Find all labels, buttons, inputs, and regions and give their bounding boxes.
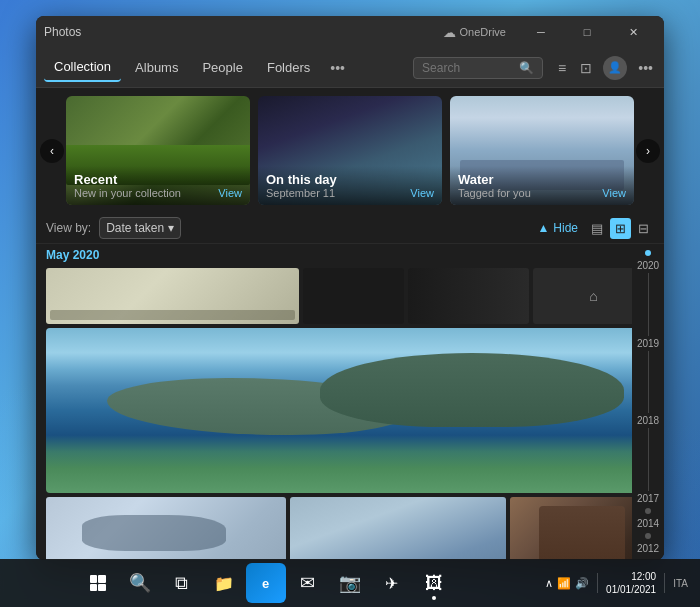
hide-button[interactable]: ▲ Hide (537, 221, 578, 235)
taskbar-system-tray: ∧ 📶 🔊 12:00 01/01/2021 ITA (533, 570, 700, 596)
more-options-icon[interactable]: ••• (635, 57, 656, 79)
taskbar-edge-button[interactable]: e (246, 563, 286, 603)
tray-chevron-icon[interactable]: ∧ (545, 577, 553, 590)
taskbar-telegram-button[interactable]: ✈ (372, 563, 412, 603)
taskbar-mail-button[interactable]: ✉ (288, 563, 328, 603)
timeline-line-3 (648, 428, 649, 491)
filter-icon[interactable]: ≡ (555, 57, 569, 79)
maximize-button[interactable]: □ (564, 16, 610, 48)
card-onthisday-overlay: On this day September 11 View (258, 166, 442, 205)
taskbar-photos-icon: 🖼 (425, 573, 443, 594)
timeline-year-2014[interactable]: 2014 (637, 518, 659, 529)
clock-date: 01/01/2021 (606, 583, 656, 596)
taskbar-camera-button[interactable]: 📷 (330, 563, 370, 603)
timeline-dot-2017[interactable] (645, 508, 651, 514)
title-bar: Photos ☁ OneDrive ─ □ ✕ (36, 16, 664, 48)
taskbar-camera-icon: 📷 (339, 572, 361, 594)
featured-card-water[interactable]: Water Tagged for you View (450, 96, 634, 205)
timeline-year-2019[interactable]: 2019 (637, 338, 659, 349)
timeline-line-1 (648, 273, 649, 336)
taskbar-taskview-icon: ⧉ (175, 573, 188, 594)
timeline-year-2017[interactable]: 2017 (637, 493, 659, 504)
timeline-dot-2020[interactable] (645, 250, 651, 256)
taskbar-center: 🔍 ⧉ 📁 e ✉ 📷 ✈ 🖼 (0, 563, 531, 603)
view-mode-grid[interactable]: ⊞ (610, 218, 631, 239)
month-label: May 2020 (46, 248, 654, 262)
windows-logo-icon (90, 575, 106, 591)
bottom-thumb-1[interactable] (46, 497, 286, 560)
card-water-overlay: Water Tagged for you View (450, 166, 634, 205)
carousel-right-arrow[interactable]: › (636, 139, 660, 163)
minimize-button[interactable]: ─ (518, 16, 564, 48)
carousel-left-arrow[interactable]: ‹ (40, 139, 64, 163)
onedrive-status: ☁ OneDrive (443, 25, 506, 40)
bottom-thumb-2[interactable] (290, 497, 506, 560)
thumbnail-1[interactable] (46, 268, 299, 324)
timeline-bar: 2020 2019 2018 2017 2014 2012 (632, 244, 664, 560)
taskbar-search-button[interactable]: 🔍 (120, 563, 160, 603)
tray-network-icon[interactable]: 📶 (557, 577, 571, 590)
timeline-year-2012[interactable]: 2012 (637, 543, 659, 554)
language-indicator: ITA (673, 578, 688, 589)
timeline-year-2020[interactable]: 2020 (637, 260, 659, 271)
search-icon: 🔍 (519, 61, 534, 75)
taskbar: 🔍 ⧉ 📁 e ✉ 📷 ✈ 🖼 ∧ (0, 559, 700, 607)
main-photo[interactable] (46, 328, 654, 493)
card-recent-overlay: Recent New in your collection View (66, 166, 250, 205)
card-water-view-link[interactable]: View (602, 187, 626, 199)
window-controls: ─ □ ✕ (518, 16, 656, 48)
thumbnail-2[interactable] (303, 268, 404, 324)
app-title: Photos (44, 25, 443, 39)
card-onthisday-view-link[interactable]: View (410, 187, 434, 199)
hide-chevron-icon: ▲ (537, 221, 549, 235)
system-tray-icons: ∧ 📶 🔊 (545, 577, 589, 590)
taskbar-mail-icon: ✉ (300, 572, 315, 594)
start-button[interactable] (78, 563, 118, 603)
featured-card-recent[interactable]: Recent New in your collection View (66, 96, 250, 205)
bottom-thumbnails (46, 497, 654, 560)
featured-card-onthisday[interactable]: On this day September 11 View (258, 96, 442, 205)
cast-icon[interactable]: ⊡ (577, 57, 595, 79)
onedrive-icon: ☁ (443, 25, 456, 40)
tab-folders[interactable]: Folders (257, 54, 320, 81)
main-content: ‹ Recent New in your collection View On … (36, 88, 664, 560)
nav-bar: Collection Albums People Folders ••• 🔍 ≡… (36, 48, 664, 88)
taskbar-search-icon: 🔍 (129, 572, 151, 594)
hide-label: Hide (553, 221, 578, 235)
dropdown-chevron-icon: ▾ (168, 221, 174, 235)
tray-volume-icon[interactable]: 🔊 (575, 577, 589, 590)
view-dropdown[interactable]: Date taken ▾ (99, 217, 181, 239)
timeline-year-2018[interactable]: 2018 (637, 415, 659, 426)
card-recent-view-link[interactable]: View (218, 187, 242, 199)
taskbar-taskview-button[interactable]: ⧉ (162, 563, 202, 603)
photos-app-window: Photos ☁ OneDrive ─ □ ✕ Collection Album… (36, 16, 664, 560)
view-mode-list[interactable]: ▤ (586, 218, 608, 239)
thumbnail-3[interactable] (408, 268, 529, 324)
view-mode-buttons: ▤ ⊞ ⊟ (586, 218, 654, 239)
search-box[interactable]: 🔍 (413, 57, 543, 79)
taskbar-photos-button[interactable]: 🖼 (414, 563, 454, 603)
tab-albums[interactable]: Albums (125, 54, 188, 81)
card-onthisday-subtitle: September 11 (266, 187, 335, 199)
view-mode-large[interactable]: ⊟ (633, 218, 654, 239)
taskbar-telegram-icon: ✈ (385, 574, 398, 593)
tab-collection[interactable]: Collection (44, 53, 121, 82)
timeline-dot-2014[interactable] (645, 533, 651, 539)
clock[interactable]: 12:00 01/01/2021 (606, 570, 656, 596)
tray-separator (597, 573, 598, 593)
featured-row: ‹ Recent New in your collection View On … (36, 88, 664, 213)
clock-time: 12:00 (606, 570, 656, 583)
card-water-subtitle: Tagged for you (458, 187, 531, 199)
taskbar-fileexplorer-button[interactable]: 📁 (204, 563, 244, 603)
tab-people[interactable]: People (192, 54, 252, 81)
nav-more-button[interactable]: ••• (324, 56, 351, 80)
small-thumbnails-row: ⌂ (46, 268, 654, 324)
timeline-line-2 (648, 351, 649, 414)
avatar[interactable]: 👤 (603, 56, 627, 80)
search-input[interactable] (422, 61, 513, 75)
card-water-bottom: Tagged for you View (458, 187, 626, 199)
close-button[interactable]: ✕ (610, 16, 656, 48)
card-recent-title: Recent (74, 172, 242, 187)
photo-area: May 2020 ⌂ 2020 2019 (36, 244, 664, 560)
taskbar-fileexplorer-icon: 📁 (214, 574, 234, 593)
